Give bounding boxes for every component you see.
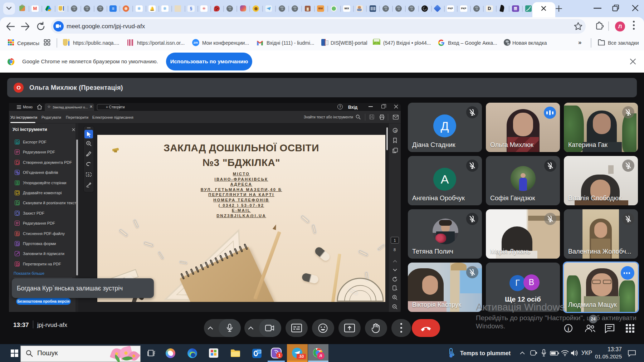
- svg-text:@: @: [394, 129, 397, 132]
- svg-text:A: A: [88, 173, 90, 176]
